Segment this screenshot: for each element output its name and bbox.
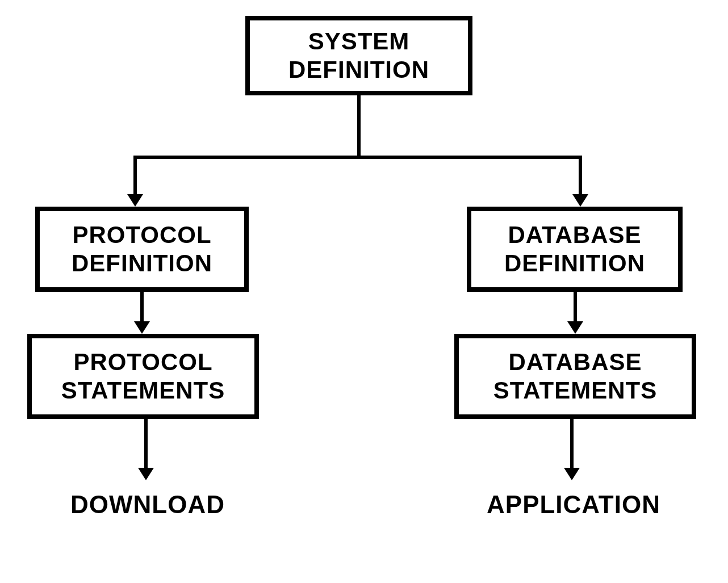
node-database-statements: DATABASE STATEMENTS bbox=[454, 334, 696, 419]
node-protocol-definition: PROTOCOL DEFINITION bbox=[35, 207, 249, 292]
database-definition-line2: DEFINITION bbox=[504, 249, 645, 278]
system-definition-line2: DEFINITION bbox=[288, 56, 429, 84]
edge-to-protocol-def bbox=[133, 156, 137, 198]
protocol-statements-line2: STATEMENTS bbox=[61, 376, 225, 405]
database-statements-line2: STATEMENTS bbox=[493, 376, 657, 405]
protocol-definition-line2: DEFINITION bbox=[72, 249, 212, 278]
node-database-definition: DATABASE DEFINITION bbox=[467, 207, 683, 292]
edge-horizontal-split bbox=[133, 156, 582, 159]
system-definition-line1: SYSTEM bbox=[308, 27, 410, 56]
protocol-statements-line1: PROTOCOL bbox=[73, 348, 212, 376]
arrow-to-protocol-def bbox=[127, 194, 143, 207]
arrow-protodef-to-protostmt bbox=[134, 321, 150, 334]
edge-protodef-to-protostmt bbox=[140, 292, 144, 325]
edge-system-down bbox=[357, 95, 361, 159]
database-definition-line1: DATABASE bbox=[508, 221, 641, 249]
edge-protostmt-to-download bbox=[144, 419, 148, 471]
arrow-to-database-def bbox=[572, 194, 588, 207]
protocol-definition-line1: PROTOCOL bbox=[72, 221, 211, 249]
edge-dbstmt-to-application bbox=[570, 419, 574, 471]
edge-dbdef-to-dbstmt bbox=[574, 292, 577, 325]
arrow-dbstmt-to-application bbox=[564, 468, 580, 480]
database-statements-line1: DATABASE bbox=[508, 348, 642, 376]
node-protocol-statements: PROTOCOL STATEMENTS bbox=[27, 334, 259, 419]
edge-to-database-def bbox=[579, 156, 582, 198]
terminal-application: APPLICATION bbox=[466, 490, 681, 519]
node-system-definition: SYSTEM DEFINITION bbox=[245, 16, 472, 95]
terminal-download: DOWNLOAD bbox=[45, 490, 250, 519]
arrow-protostmt-to-download bbox=[138, 468, 154, 480]
arrow-dbdef-to-dbstmt bbox=[567, 321, 583, 334]
